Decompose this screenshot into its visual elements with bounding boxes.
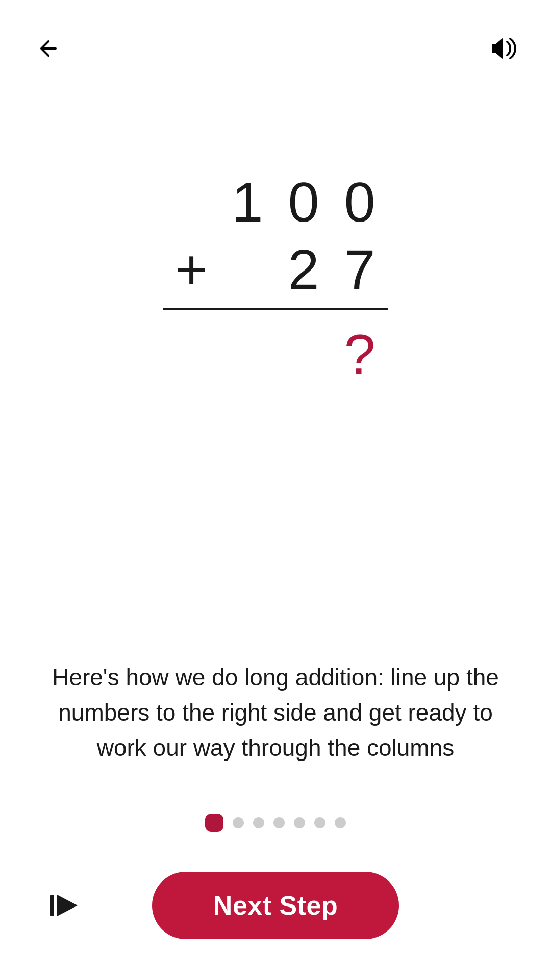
pagination-dot-0[interactable] — [205, 814, 223, 832]
pagination-dot-1[interactable] — [233, 817, 244, 828]
svg-marker-1 — [57, 895, 78, 916]
pagination-dot-6[interactable] — [335, 817, 346, 828]
bottom-tens-digit: 2 — [276, 236, 332, 303]
sound-icon — [487, 33, 518, 64]
pagination-dot-4[interactable] — [294, 817, 305, 828]
result-digit: ? — [332, 321, 388, 388]
top-ones-digit: 0 — [332, 168, 388, 236]
back-button[interactable] — [31, 31, 66, 66]
description-area: Here's how we do long addition: line up … — [0, 660, 551, 766]
bottom-ones-digit: 7 — [332, 236, 388, 303]
plus-operator: + — [163, 236, 219, 303]
back-arrow-icon — [35, 35, 62, 62]
pagination-dot-3[interactable] — [273, 817, 285, 828]
header — [0, 0, 551, 77]
pagination-dot-2[interactable] — [253, 817, 264, 828]
restart-button[interactable] — [46, 888, 82, 923]
next-step-button[interactable]: Next Step — [152, 872, 399, 939]
top-tens-digit: 0 — [276, 168, 332, 236]
description-text: Here's how we do long addition: line up … — [31, 660, 520, 766]
restart-icon — [46, 888, 82, 923]
math-divider-line — [163, 308, 388, 310]
bottom-number-row: + 2 7 — [163, 236, 388, 303]
math-problem-area: 1 0 0 + 2 7 ? — [0, 168, 551, 388]
pagination-dot-5[interactable] — [314, 817, 325, 828]
pagination-dots — [0, 814, 551, 832]
svg-rect-0 — [50, 895, 54, 916]
result-row: ? — [163, 321, 388, 388]
math-problem: 1 0 0 + 2 7 ? — [163, 168, 388, 388]
top-number-row: 1 0 0 — [219, 168, 388, 236]
top-hundreds-digit: 1 — [219, 168, 276, 236]
sound-button[interactable] — [485, 31, 520, 66]
bottom-bar: Next Step — [0, 872, 551, 939]
